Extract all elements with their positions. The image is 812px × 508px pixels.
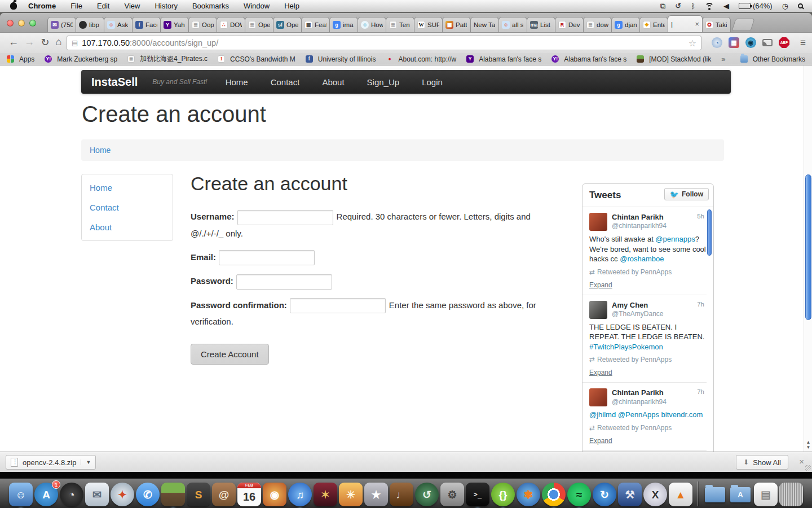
mosaic-extension[interactable]: ▦ <box>729 37 739 48</box>
tweet-link[interactable]: #TwitchPlaysPokemon <box>589 343 663 351</box>
dock-icon-sync-utility[interactable]: ↻ <box>593 483 616 506</box>
follow-button[interactable]: 🐦 Follow <box>664 188 709 200</box>
tweet-timestamp[interactable]: 7h <box>697 301 707 319</box>
chrome-menu-button[interactable]: ≡ <box>800 37 805 49</box>
dock-icon-sublime-text[interactable]: S <box>187 483 210 506</box>
nav-link-about[interactable]: About <box>322 77 344 87</box>
tweet-expand-link[interactable]: Expand <box>589 281 612 289</box>
minimize-window-button[interactable] <box>18 20 25 27</box>
downloads-close-icon[interactable]: × <box>799 457 804 466</box>
proxy-extension[interactable]: ◔ <box>712 37 722 48</box>
breadcrumb-home-link[interactable]: Home <box>90 146 111 155</box>
browser-tab[interactable]: ☺Ask <box>104 17 133 32</box>
tweet-expand-link[interactable]: Expand <box>589 437 612 445</box>
password-confirmation-input[interactable] <box>290 298 386 313</box>
bookmark-item[interactable]: Apps <box>7 55 34 63</box>
browser-tab[interactable]: ▦Feat <box>301 17 330 32</box>
bookmark-item[interactable]: ≣加勒比海盗4_Pirates.c <box>127 54 208 64</box>
nav-link-home[interactable]: Home <box>226 77 248 87</box>
menu-item-window[interactable]: Window <box>244 2 270 10</box>
dock-icon-terminal[interactable]: >_ <box>466 483 489 506</box>
tweet-link[interactable]: @pennapps <box>655 235 695 243</box>
battery-indicator[interactable]: (64%) <box>739 2 773 10</box>
volume-icon[interactable]: ◀ <box>723 2 729 10</box>
sidebar-link-home[interactable]: Home <box>82 178 173 198</box>
download-caret-icon[interactable]: ▼ <box>81 459 91 465</box>
dock-icon-imovie[interactable]: ✶ <box>314 483 337 506</box>
browser-tab[interactable]: gima <box>329 17 358 32</box>
dock-icon-app-store[interactable]: A1 <box>34 483 58 506</box>
menu-item-history[interactable]: History <box>155 2 177 10</box>
browser-tab[interactable]: ▦Patt <box>442 17 471 32</box>
clock-icon[interactable]: ◷ <box>782 2 788 10</box>
bookmark-item[interactable]: YAlabama fan's face s <box>466 55 541 63</box>
browser-tab[interactable]: ≣Ope <box>245 17 273 32</box>
menu-item-chrome[interactable]: Chrome <box>28 2 56 10</box>
dock-icon-vlc[interactable]: ▲ <box>669 483 692 506</box>
browser-tab[interactable]: ☺How <box>358 17 386 32</box>
bookmark-item[interactable]: ●About.com: http://w <box>386 55 456 63</box>
download-item[interactable]: opencv-2.4.8.zip ▼ <box>6 455 96 470</box>
zoom-window-button[interactable] <box>29 20 36 27</box>
home-button[interactable]: ⌂ <box>52 36 65 48</box>
chromecast-extension[interactable] <box>762 39 773 46</box>
browser-tab[interactable]: libp <box>76 17 104 32</box>
tweet-link[interactable]: @PennApps <box>618 410 659 419</box>
menu-item-file[interactable]: File <box>70 2 82 10</box>
browser-tab[interactable]: ☺all s <box>498 17 527 32</box>
dock-icon-xquartz[interactable]: X <box>643 483 667 506</box>
browser-tab[interactable]: ≣dow <box>583 17 612 32</box>
bookmark-item[interactable]: [MOD] StackMod (lik <box>637 55 711 63</box>
dock-icon-calendar[interactable]: FEB16 <box>237 483 261 506</box>
apple-menu-icon[interactable] <box>10 2 17 10</box>
tweet-author-handle[interactable]: @chintanparikh94 <box>612 398 697 406</box>
dock-icon-time-machine[interactable]: ↺ <box>415 483 439 506</box>
browser-tab[interactable]: |× <box>668 15 703 32</box>
create-account-button[interactable]: Create Account <box>191 344 269 365</box>
bookmark-item[interactable]: Y!Alabama fan's face s <box>551 55 626 63</box>
adblock-plus-extension[interactable]: ABP <box>779 37 789 48</box>
dock-icon-idvd[interactable]: ★ <box>364 483 388 506</box>
browser-tab[interactable]: gdjan <box>611 17 640 32</box>
tweet-author-handle[interactable]: @TheAmyDance <box>612 310 697 318</box>
dock-icon-iphoto[interactable]: ☀ <box>339 483 363 506</box>
menu-item-view[interactable]: View <box>124 2 140 10</box>
reload-button[interactable]: ↻ <box>38 36 52 49</box>
browser-tab[interactable]: ≣Ten <box>386 17 414 32</box>
dock-icon-mail[interactable]: ✉ <box>85 483 109 506</box>
browser-tab[interactable]: ❖Ente <box>639 17 668 32</box>
dock-icon-finder[interactable]: ☺ <box>9 483 33 506</box>
time-machine-icon[interactable]: ↺ <box>675 2 681 10</box>
tweet-link[interactable]: @jhilmd <box>589 410 616 419</box>
browser-tab[interactable]: fFace <box>132 17 161 32</box>
dock-icon-xcode[interactable]: ⚒ <box>618 483 642 506</box>
nav-link-login[interactable]: Login <box>422 77 443 87</box>
address-bar[interactable]: ▤ 107.170.0.50:8000/accounts/sign_up/ ☆ <box>67 36 701 50</box>
tweet-link[interactable]: @roshamboe <box>620 255 664 263</box>
dock-icon-chrome[interactable] <box>542 483 566 506</box>
browser-tab[interactable]: ≣Oop <box>188 17 217 32</box>
forward-button[interactable]: → <box>23 36 36 48</box>
tweet-author-name[interactable]: Chintan Parikh <box>612 388 697 397</box>
browser-tab[interactable]: New Ta <box>470 17 499 32</box>
tweet-author-handle[interactable]: @chintanparikh94 <box>612 222 697 230</box>
menu-item-edit[interactable]: Edit <box>97 2 109 10</box>
close-window-button[interactable] <box>7 20 14 27</box>
browser-tab[interactable]: YYah <box>160 17 189 32</box>
browser-tab[interactable]: ∴DOW <box>217 17 245 32</box>
browser-tab[interactable]: maList <box>527 17 555 32</box>
sidebar-link-contact[interactable]: Contact <box>82 198 173 217</box>
dock-icon-minecraft[interactable] <box>161 483 185 506</box>
dock-icon-messages[interactable]: ✆ <box>136 483 160 506</box>
bluetooth-icon[interactable]: ᛒ <box>691 2 695 10</box>
bookmark-item[interactable]: ICCSO's Bandwidth M <box>218 55 295 63</box>
email-input[interactable] <box>219 250 315 265</box>
dock-icon-firefox[interactable]: ✾ <box>517 483 540 506</box>
menu-item-help[interactable]: Help <box>284 2 299 10</box>
bookmark-star-icon[interactable]: ☆ <box>689 38 696 49</box>
back-button[interactable]: ← <box>7 36 20 48</box>
username-input[interactable] <box>237 210 333 225</box>
dock-icon-spotify[interactable]: ≈ <box>567 483 591 506</box>
bookmarks-overflow-chevron[interactable]: » <box>721 55 725 63</box>
dock-icon-coderunner[interactable]: {} <box>491 483 515 506</box>
